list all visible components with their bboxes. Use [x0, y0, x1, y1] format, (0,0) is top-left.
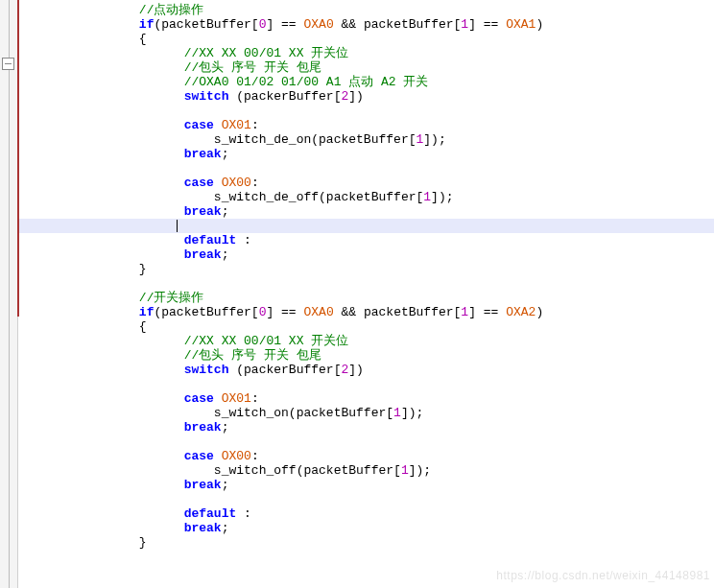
watermark: https://blog.csdn.net/weixin_44148981: [496, 569, 710, 582]
code-line: [19, 276, 714, 291]
code-line: {: [19, 32, 714, 46]
code-line: //OXA0 01/02 01/00 A1 点动 A2 开关: [19, 75, 714, 89]
code-line: //包头 序号 开关 包尾: [19, 60, 714, 75]
code-line: {: [19, 319, 714, 334]
code-line: [19, 104, 714, 118]
code-line: //XX XX 00/01 XX 开关位: [19, 46, 714, 60]
code-line: break;: [19, 420, 714, 435]
code-line: default :: [19, 233, 714, 247]
code-line-highlighted: [19, 219, 714, 233]
code-line: [19, 161, 714, 176]
code-line: break;: [19, 147, 714, 161]
code-line: s_witch_de_off(packetBuffer[1]);: [19, 190, 714, 204]
code-area: //点动操作 if(packetBuffer[0] == OXA0 && pac…: [19, 0, 714, 550]
code-line: [19, 377, 714, 391]
code-line: s_witch_off(packetBuffer[1]);: [19, 463, 714, 478]
code-line: //开关操作: [19, 291, 714, 305]
code-line: break;: [19, 521, 714, 535]
code-line: [19, 492, 714, 506]
fold-gutter: [0, 0, 18, 588]
code-line: //XX XX 00/01 XX 开关位: [19, 334, 714, 348]
editor-viewport: //点动操作 if(packetBuffer[0] == OXA0 && pac…: [0, 0, 714, 588]
code-line: if(packetBuffer[0] == OXA0 && packetBuff…: [19, 305, 714, 319]
code-line: break;: [19, 204, 714, 219]
code-line: s_witch_de_on(packetBuffer[1]);: [19, 132, 714, 147]
code-line: default :: [19, 506, 714, 521]
code-line: switch (packerBuffer[2]): [19, 363, 714, 377]
code-line: case OX01:: [19, 391, 714, 406]
code-line: case OX01:: [19, 118, 714, 132]
code-line: case OX00:: [19, 449, 714, 463]
code-line: break;: [19, 247, 714, 262]
code-line: break;: [19, 478, 714, 492]
code-line: }: [19, 262, 714, 276]
code-line: if(packetBuffer[0] == OXA0 && packetBuff…: [19, 17, 714, 32]
code-line: case OX00:: [19, 176, 714, 190]
fold-handle[interactable]: [2, 58, 14, 70]
code-line: }: [19, 535, 714, 550]
caret: [177, 220, 178, 232]
code-line: //点动操作: [19, 3, 714, 17]
code-line: s_witch_on(packetBuffer[1]);: [19, 406, 714, 420]
code-line: switch (packerBuffer[2]): [19, 89, 714, 104]
code-line: //包头 序号 开关 包尾: [19, 348, 714, 363]
code-line: [19, 435, 714, 449]
